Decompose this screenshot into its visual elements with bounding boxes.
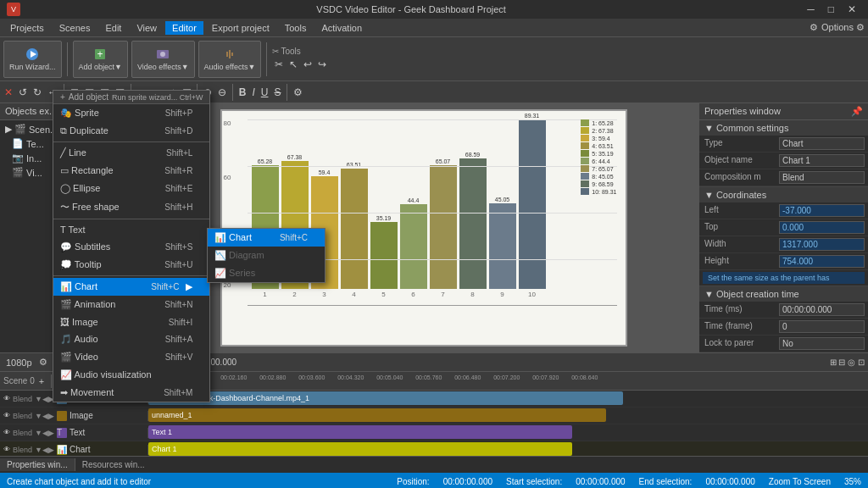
x-labels: 1 2 3 4 5 6 7 8 9 10 bbox=[248, 291, 617, 298]
ctx-audio[interactable]: 🎵 Audio Shift+A bbox=[53, 330, 209, 348]
settings-btn[interactable]: ⚙ bbox=[291, 85, 305, 100]
sub-chart[interactable]: 📊 Chart Shift+C bbox=[208, 229, 325, 247]
menu-edit[interactable]: Edit bbox=[98, 21, 128, 35]
select-tool[interactable]: ↖ bbox=[287, 57, 300, 72]
width-row: Width 1317.000 bbox=[699, 236, 868, 253]
title-bar: V VSDC Video Editor - Geek Dashboard Pro… bbox=[0, 0, 868, 19]
image-track-label: 👁 Blend ▼◀▶ Image bbox=[0, 411, 148, 421]
video-effects-button[interactable]: Video effects▼ bbox=[131, 41, 195, 78]
undo-btn[interactable]: ↩ bbox=[301, 57, 314, 72]
sub-series[interactable]: 📈 Series bbox=[208, 264, 325, 282]
svg-point-5 bbox=[160, 52, 165, 57]
context-menu: + Add object Run sprite wizard... Ctrl+W… bbox=[53, 90, 210, 402]
menu-activation[interactable]: Activation bbox=[314, 21, 369, 35]
chart-block[interactable]: Chart 1 bbox=[148, 442, 572, 456]
menu-export[interactable]: Export project bbox=[205, 21, 276, 35]
cut-tool[interactable]: ✂ bbox=[272, 57, 286, 72]
bottom-tabs: Properties win... Resources win... bbox=[0, 456, 868, 473]
bold-btn[interactable]: B bbox=[236, 85, 249, 100]
italic-btn[interactable]: I bbox=[249, 85, 257, 100]
transport-controls: ⊞ ⊟ ◎ ⊡ bbox=[830, 358, 865, 367]
bar-5: 35.19 bbox=[370, 215, 398, 289]
common-settings-section: ▼ Common settings Type Chart Object name… bbox=[699, 120, 868, 187]
bar-6: 44.4 bbox=[400, 197, 427, 289]
ctx-chart[interactable]: 📊 Chart Shift+C ▶ bbox=[53, 278, 209, 296]
properties-tab[interactable]: Properties win... bbox=[0, 458, 75, 471]
menu-projects[interactable]: Projects bbox=[3, 21, 51, 35]
sub-context-menu: 📊 Chart Shift+C 📉 Diagram 📈 Series bbox=[207, 228, 326, 283]
ctx-audio-viz[interactable]: 📈 Audio visualization bbox=[53, 366, 209, 384]
video-track-content[interactable]: Welcome-to-Geek-Dashboard-Channel.mp4_1 bbox=[148, 391, 868, 407]
ctx-animation[interactable]: 🎬 Animation Shift+N bbox=[53, 296, 209, 313]
ctx-sprite[interactable]: 🎭 Sprite Shift+P bbox=[53, 104, 209, 122]
underline-btn[interactable]: U bbox=[259, 85, 271, 100]
rotate-left-btn[interactable]: ↺ bbox=[16, 85, 30, 100]
ctx-duplicate[interactable]: ⧉ Duplicate Shift+D bbox=[53, 122, 209, 140]
ctx-subtitles[interactable]: 💬 Subtitles Shift+S bbox=[53, 238, 209, 256]
ctx-video[interactable]: 🎬 Video Shift+V bbox=[53, 348, 209, 366]
creation-time-header[interactable]: ▼ Object creation time bbox=[699, 286, 868, 302]
bar-9: 45.05 bbox=[489, 197, 516, 289]
redo-btn[interactable]: ↪ bbox=[315, 57, 329, 72]
size-note[interactable]: Set the same size as the parent has bbox=[703, 272, 865, 284]
run-wizard-button[interactable]: Run Wizard... bbox=[3, 41, 62, 78]
lock-parent-row: Lock to parer No bbox=[699, 336, 868, 352]
coordinates-header[interactable]: ▼ Coordinates bbox=[699, 187, 868, 202]
minimize-button[interactable]: ─ bbox=[802, 3, 820, 15]
ctx-line[interactable]: ╱ Line Shift+L bbox=[53, 144, 209, 162]
resolution-select[interactable]: 1080p bbox=[3, 357, 35, 369]
options-button[interactable]: ⚙ Options ⚙ bbox=[810, 22, 865, 33]
window-title: VSDC Video Editor - Geek Dashboard Proje… bbox=[20, 4, 802, 14]
rotate-right-btn[interactable]: ↻ bbox=[31, 85, 44, 100]
height-row: Height 754.000 bbox=[699, 253, 868, 270]
time-frame-row: Time (frame) 0 bbox=[699, 319, 868, 336]
audio-effects-button[interactable]: Audio effects▼ bbox=[198, 41, 262, 78]
text-track-label: 👁 Blend ▼◀▶ T Text bbox=[0, 428, 148, 438]
timeline-ruler: 00:00.720 00:01.440 00:02.160 00:02.880 … bbox=[142, 374, 865, 388]
resources-tab[interactable]: Resources win... bbox=[75, 458, 152, 471]
menu-tools[interactable]: Tools bbox=[278, 21, 314, 35]
menu-scenes[interactable]: Scenes bbox=[53, 21, 97, 35]
object-name-row: Object name Chart 1 bbox=[699, 152, 868, 169]
close-button[interactable]: ✕ bbox=[843, 3, 861, 15]
properties-panel-header: Properties window 📌 bbox=[699, 103, 868, 120]
ctx-tooltip[interactable]: 💭 Tooltip Shift+U bbox=[53, 256, 209, 274]
bar-8: 68.59 bbox=[459, 152, 487, 289]
zoom-out-btn[interactable]: ⊖ bbox=[215, 85, 229, 100]
ctx-ellipse[interactable]: ◯ Ellipse Shift+E bbox=[53, 180, 209, 197]
ctx-image[interactable]: 🖼 Image Shift+I bbox=[53, 313, 209, 330]
ctx-freeshape[interactable]: 〜 Free shape Shift+H bbox=[53, 197, 209, 217]
position-label: Position: bbox=[397, 477, 429, 486]
ed-sep-5 bbox=[287, 84, 287, 101]
menu-view[interactable]: View bbox=[130, 21, 164, 35]
chart-track-content[interactable]: Chart 1 bbox=[148, 441, 868, 456]
image-block[interactable]: unnamed_1 bbox=[148, 408, 606, 422]
composition-row: Composition m Blend bbox=[699, 169, 868, 186]
zoom-label: Zoom To Screen bbox=[769, 477, 831, 486]
menu-editor[interactable]: Editor bbox=[165, 21, 203, 35]
ctx-rectangle[interactable]: ▭ Rectangle Shift+R bbox=[53, 162, 209, 180]
maximize-button[interactable]: □ bbox=[823, 3, 839, 15]
ctx-movement[interactable]: ➡ Movement Shift+M bbox=[53, 384, 209, 402]
time-ms-row: Time (ms) 00:00:00.000 bbox=[699, 302, 868, 319]
ruler-ticks: 00:00.720 00:01.440 00:02.160 00:02.880 … bbox=[142, 374, 865, 380]
bar-4: 63.51 bbox=[341, 162, 368, 289]
image-track-content[interactable]: unnamed_1 bbox=[148, 408, 868, 424]
delete-btn[interactable]: ✕ bbox=[2, 85, 15, 100]
text-block[interactable]: Text 1 bbox=[148, 425, 572, 439]
ctx-text[interactable]: T Text bbox=[53, 221, 209, 238]
type-row: Type Chart bbox=[699, 136, 868, 152]
sub-diagram[interactable]: 📉 Diagram bbox=[208, 247, 325, 264]
text-track-content[interactable]: Text 1 bbox=[148, 424, 868, 441]
common-settings-header[interactable]: ▼ Common settings bbox=[699, 120, 868, 136]
status-message: Create chart object and add it to editor bbox=[7, 477, 383, 486]
add-object-header: + Add object Run sprite wizard... Ctrl+W bbox=[53, 91, 209, 104]
video-block[interactable]: Welcome-to-Geek-Dashboard-Channel.mp4_1 bbox=[148, 391, 623, 405]
window-controls: ─ □ ✕ bbox=[802, 3, 861, 15]
end-sel-label: End selection: bbox=[639, 477, 693, 486]
add-object-button[interactable]: + Add object▼ bbox=[73, 41, 128, 78]
start-sel-label: Start selection: bbox=[506, 477, 562, 486]
scene-add-btn[interactable]: + bbox=[36, 375, 47, 387]
play-settings[interactable]: ⚙ bbox=[36, 356, 50, 369]
strikethrough-btn[interactable]: S bbox=[271, 85, 283, 100]
